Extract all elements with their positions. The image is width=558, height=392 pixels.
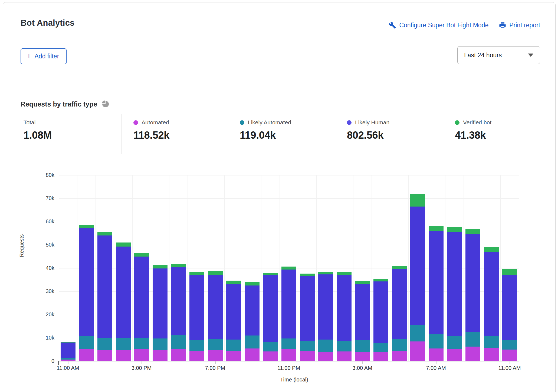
stat-total: Total 1.08M [24,119,52,141]
bar-segment [447,232,462,336]
bar-segment [465,229,480,234]
bar-group-22 [465,175,480,361]
stat-divider [443,114,443,154]
bar-segment [116,350,131,361]
x-tick-mark [142,361,142,364]
x-axis-title: Time (local) [270,377,319,383]
bar-segment [318,352,333,361]
x-gridline [482,175,482,361]
bar-segment [373,279,388,281]
x-tick-mark [215,361,216,364]
bar-segment [171,349,186,361]
configure-super-bot-fight-mode-link[interactable]: Configure Super Bot Fight Mode [389,21,488,29]
x-gridline [408,175,409,361]
bar-segment [61,343,76,358]
x-gridline [280,175,280,361]
bar-group-19 [410,175,425,361]
time-range-select[interactable]: Last 24 hours [457,46,540,64]
y-tick-label: 0 [22,358,54,364]
bar-segment [429,348,444,361]
bar-segment [337,351,352,361]
bar-segment [208,275,223,339]
bar-segment [226,351,241,361]
bar-segment [171,335,186,349]
x-gridline [77,175,77,361]
print-report-link[interactable]: Print report [499,21,540,29]
x-tick-label: 11:00 AM [46,365,90,371]
bar-segment [61,358,76,360]
bar-segment [134,349,149,361]
y-tick-label: 60k [22,218,54,225]
x-tick-mark [362,361,363,364]
bar-segment [79,336,94,349]
x-gridline [188,175,188,361]
bar-segment [484,252,499,336]
bar-segment [410,194,425,207]
print-link-label: Print report [509,22,540,29]
x-gridline [372,175,372,361]
header-links: Configure Super Bot Fight Mode Print rep… [389,21,540,29]
x-gridline [151,175,151,361]
bar-segment [447,227,462,232]
y-tick-label: 10k [22,335,54,341]
bar-group-1 [79,175,94,361]
bar-segment [97,338,112,350]
bar-segment [502,340,517,350]
bar-segment [79,349,94,361]
x-gridline [390,175,390,361]
y-tick-label: 30k [22,288,54,294]
bar-segment [226,340,241,351]
bar-group-7 [189,175,204,361]
time-range-value: Last 24 hours [464,52,502,59]
bar-segment [134,338,149,349]
stat-value: 118.52k [133,129,169,141]
x-gridline [445,175,445,361]
x-tick-label: 11:00 PM [267,365,310,371]
bar-segment [171,264,186,267]
x-gridline [353,175,353,361]
add-filter-button[interactable]: + Add filter [21,48,67,64]
stat-likely-human: Likely Human 802.56k [347,119,389,141]
bar-group-2 [97,175,112,361]
bar-segment [245,282,260,285]
bar-group-20 [429,175,444,361]
bar-segment [263,273,278,275]
x-gridline [114,175,114,361]
bar-group-11 [263,175,278,361]
bar-segment [245,348,260,361]
bar-segment [281,270,296,338]
bar-segment [484,247,499,252]
x-tick-label: 11:00 AM [488,365,531,371]
x-tick-mark [289,361,289,364]
header-divider [3,77,555,77]
y-tick-label: 40k [22,265,54,271]
bar-segment [97,235,112,338]
axis-origin-tick [58,361,59,365]
x-gridline [243,175,243,361]
stat-divider [229,114,229,154]
y-tick-label: 80k [22,172,54,178]
bar-group-12 [281,175,296,361]
bar-segment [392,351,407,361]
bar-group-13 [300,175,315,361]
bar-segment [153,265,168,268]
x-tick-label: 7:00 AM [414,365,458,371]
x-tick-mark [510,361,510,364]
bar-segment [484,348,499,361]
bar-segment [189,272,204,275]
bar-segment [116,242,131,247]
bar-segment [208,339,223,350]
x-gridline [261,175,261,361]
bar-group-9 [226,175,241,361]
x-gridline [500,175,501,361]
y-tick-label: 50k [22,242,54,248]
x-gridline [224,175,225,361]
x-gridline [519,175,519,361]
bar-group-15 [337,175,352,361]
bar-segment [189,340,204,351]
requests-stacked-bar-chart [59,175,519,361]
bar-segment [355,352,370,361]
x-tick-label: 7:00 PM [193,365,237,371]
verified-bot-dot-icon [455,120,459,125]
bar-group-21 [447,175,462,361]
